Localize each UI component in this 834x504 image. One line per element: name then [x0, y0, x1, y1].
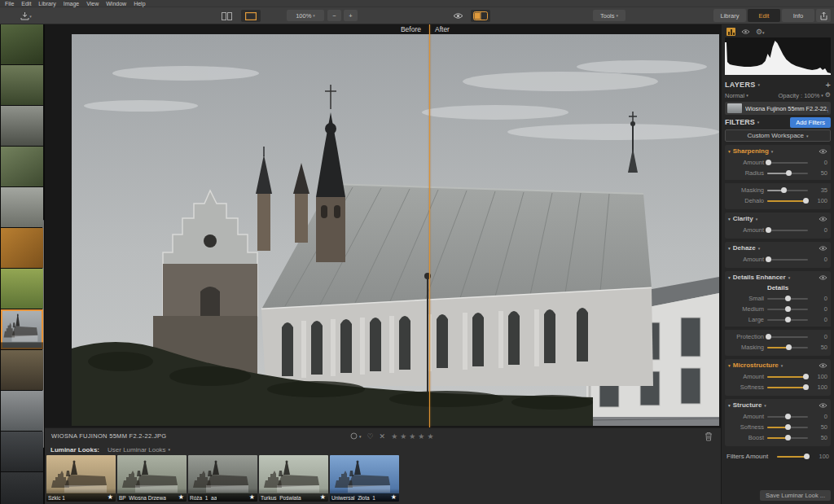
- look-thumbnail-róża-1-aa[interactable]: Róża_1_aa★: [188, 455, 257, 502]
- visibility-eye-icon[interactable]: [819, 216, 827, 222]
- visibility-eye-icon[interactable]: [819, 274, 827, 281]
- slider-thumb[interactable]: [781, 187, 787, 193]
- slider-thumb[interactable]: [766, 160, 771, 165]
- menu-help[interactable]: Help: [134, 0, 145, 7]
- filter-header-clarity[interactable]: ▾Clarity▾: [728, 213, 827, 225]
- compare-view-button[interactable]: [217, 10, 236, 22]
- slider-thumb[interactable]: [785, 424, 791, 430]
- workspace-dropdown[interactable]: Custom Workspace▾: [725, 129, 831, 142]
- clear-rating-button[interactable]: ✕: [380, 432, 386, 440]
- filters-amount-slider[interactable]: [777, 456, 810, 458]
- details-enhancer-medium-slider[interactable]: [767, 309, 808, 310]
- dehaze-amount-slider[interactable]: [767, 259, 808, 261]
- slider-thumb[interactable]: [803, 374, 809, 379]
- look-thumbnail-turkus-poświata[interactable]: Turkus_Poświata★: [259, 455, 328, 502]
- menu-file[interactable]: File: [5, 0, 14, 7]
- microstructure-softness-slider[interactable]: [767, 387, 808, 388]
- details-enhancer-protection-slider[interactable]: [767, 336, 808, 338]
- opacity-dropdown[interactable]: 100%: [804, 92, 819, 99]
- looks-collection-dropdown[interactable]: User Luminar Looks▾: [108, 446, 170, 454]
- details-enhancer-masking-slider[interactable]: [767, 347, 808, 348]
- blend-mode-dropdown[interactable]: Normal: [725, 92, 744, 99]
- tools-dropdown[interactable]: Tools ▾: [593, 10, 626, 21]
- visibility-eye-icon[interactable]: [819, 362, 827, 369]
- filmstrip-thumbnail-9[interactable]: [1, 350, 43, 390]
- add-layer-button[interactable]: +: [826, 81, 831, 89]
- filmstrip-thumbnail-4[interactable]: [1, 147, 43, 186]
- filmstrip-thumbnail-7[interactable]: [1, 269, 43, 309]
- histogram[interactable]: [725, 37, 831, 75]
- structure-boost-slider[interactable]: [767, 437, 808, 439]
- look-favorite-star-icon[interactable]: ★: [249, 493, 255, 501]
- quick-preview-button[interactable]: [448, 10, 467, 22]
- before-after-divider[interactable]: [429, 24, 430, 427]
- look-thumbnail-uniwersal-złota-1[interactable]: Uniwersal_Złota_1★: [330, 455, 399, 502]
- slider-thumb[interactable]: [785, 317, 791, 322]
- slider-thumb[interactable]: [803, 384, 809, 390]
- zoom-level-dropdown[interactable]: 100% ▾: [287, 10, 324, 21]
- structure-amount-slider[interactable]: [767, 416, 808, 418]
- export-button[interactable]: ▾: [16, 10, 36, 22]
- share-button[interactable]: [816, 9, 831, 22]
- zoom-in-button[interactable]: +: [344, 10, 358, 21]
- filter-header-structure[interactable]: ▾Structure▾: [728, 399, 827, 411]
- slider-thumb[interactable]: [766, 227, 771, 233]
- menu-image[interactable]: Image: [64, 0, 79, 7]
- slider-thumb[interactable]: [766, 256, 771, 262]
- filmstrip-thumbnail-3[interactable]: [1, 106, 43, 146]
- filmstrip-thumbnail-8[interactable]: [1, 309, 43, 349]
- look-favorite-star-icon[interactable]: ★: [320, 493, 326, 501]
- look-thumbnail-szkic-1[interactable]: Szkic 1★: [46, 455, 116, 502]
- filmstrip-thumbnail-6[interactable]: [1, 228, 43, 268]
- filter-header-dehaze[interactable]: ▾Dehaze▾: [728, 242, 827, 254]
- look-favorite-star-icon[interactable]: ★: [178, 493, 184, 501]
- menu-view[interactable]: View: [86, 0, 99, 7]
- slider-thumb[interactable]: [803, 198, 809, 204]
- filmstrip-thumbnail-5[interactable]: [1, 187, 43, 227]
- add-filters-button[interactable]: Add Filters: [790, 117, 831, 128]
- clipping-eye-icon[interactable]: [741, 28, 750, 35]
- look-favorite-star-icon[interactable]: ★: [391, 493, 397, 501]
- filter-header-details-enhancer[interactable]: ▾Details Enhancer▾: [728, 271, 827, 283]
- slider-thumb[interactable]: [785, 306, 791, 312]
- gear-icon[interactable]: ⚙▾: [756, 28, 765, 37]
- filmstrip-thumbnail-10[interactable]: [1, 391, 43, 431]
- star-rating[interactable]: ★★★★★: [391, 432, 436, 440]
- layer-item[interactable]: Wiosna Fujinon 55mm F2.2-22.jpg: [725, 102, 831, 115]
- menu-edit[interactable]: Edit: [21, 0, 31, 7]
- color-label-dropdown[interactable]: ▾: [350, 432, 362, 440]
- trash-icon[interactable]: [705, 432, 713, 441]
- sharpening-amount-slider[interactable]: [767, 162, 808, 164]
- structure-softness-slider[interactable]: [767, 427, 808, 428]
- slider-thumb[interactable]: [786, 170, 792, 176]
- filter-header-microstructure[interactable]: ▾Microstructure▾: [728, 359, 827, 371]
- sharpening-dehalo-slider[interactable]: [767, 200, 808, 202]
- filmstrip-thumbnail-2[interactable]: [1, 65, 43, 105]
- look-thumbnail-bp-wiosna-drzewa[interactable]: BP_Wiosna Drzewa★: [117, 455, 187, 502]
- save-luminar-look-button[interactable]: Save Luminar Look ...: [760, 490, 831, 501]
- filmstrip-thumbnail-1[interactable]: [1, 24, 43, 64]
- visibility-eye-icon[interactable]: [819, 245, 827, 252]
- microstructure-amount-slider[interactable]: [767, 376, 808, 378]
- look-favorite-star-icon[interactable]: ★: [108, 493, 113, 501]
- clarity-amount-slider[interactable]: [767, 230, 808, 231]
- slider-thumb[interactable]: [766, 334, 771, 340]
- details-enhancer-small-slider[interactable]: [767, 298, 808, 300]
- visibility-eye-icon[interactable]: [819, 402, 827, 409]
- layer-settings-gear-icon[interactable]: ⚙: [825, 91, 831, 99]
- menu-library[interactable]: Library: [38, 0, 55, 7]
- slider-thumb[interactable]: [785, 414, 791, 419]
- before-after-toggle[interactable]: [471, 10, 490, 22]
- slider-thumb[interactable]: [785, 296, 791, 301]
- visibility-eye-icon[interactable]: [819, 148, 827, 155]
- sharpening-radius-slider[interactable]: [767, 173, 808, 174]
- filmstrip-thumbnail-11[interactable]: [1, 432, 43, 471]
- details-enhancer-large-slider[interactable]: [767, 319, 808, 321]
- tab-info[interactable]: Info: [782, 9, 814, 22]
- zoom-out-button[interactable]: −: [327, 10, 341, 21]
- filmstrip-thumbnail-12[interactable]: [1, 472, 43, 504]
- tab-edit[interactable]: Edit: [748, 9, 780, 22]
- filters-amount-slider-thumb[interactable]: [804, 454, 810, 459]
- filter-header-sharpening[interactable]: ▾Sharpening▾: [728, 145, 827, 157]
- slider-thumb[interactable]: [785, 435, 791, 440]
